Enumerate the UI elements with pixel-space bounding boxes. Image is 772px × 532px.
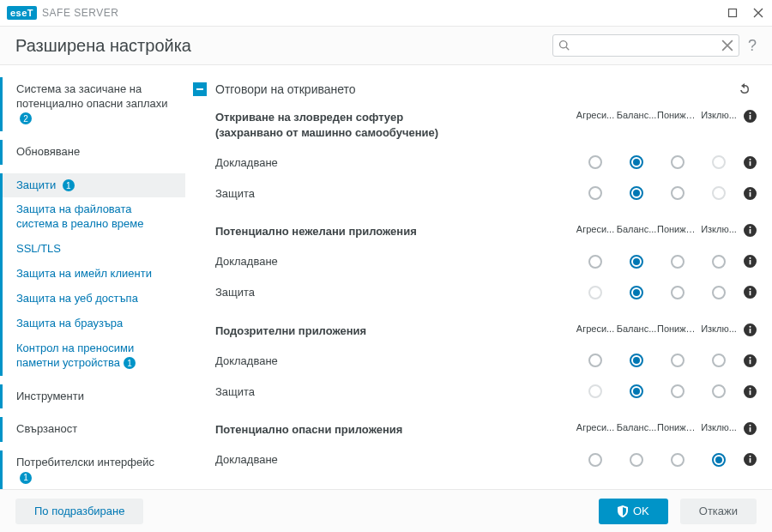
content-scroll[interactable]: Отговори на откриването Откриване на зло… bbox=[186, 76, 763, 489]
info-icon[interactable] bbox=[739, 110, 760, 123]
radio-option[interactable] bbox=[657, 453, 698, 467]
setting-row: Защита bbox=[215, 376, 760, 407]
sidebar-badge: 1 bbox=[124, 357, 136, 369]
sidebar-item-protections[interactable]: Защити 1 bbox=[0, 173, 185, 198]
level-header: Изклю... bbox=[698, 110, 739, 120]
maximize-button[interactable] bbox=[726, 6, 739, 20]
radio-option[interactable] bbox=[575, 255, 616, 269]
radio-option[interactable] bbox=[698, 354, 739, 367]
radio-option[interactable] bbox=[698, 453, 739, 467]
radio-option bbox=[575, 384, 616, 398]
sidebar-badge: 2 bbox=[20, 112, 32, 124]
collapse-toggle[interactable] bbox=[193, 82, 207, 96]
sidebar-sub-item[interactable]: SSL/TLS bbox=[0, 237, 185, 262]
sidebar-item-threats[interactable]: Система за засичане на потенциално опасн… bbox=[0, 77, 185, 131]
sidebar-item-label: Защита на имейл клиенти bbox=[16, 267, 152, 280]
radio-option[interactable] bbox=[698, 286, 739, 299]
settings-group: Подозрителни приложенияАгреси...Баланс..… bbox=[186, 317, 760, 416]
setting-row: Докладване bbox=[215, 444, 760, 475]
titlebar: eseT SAFE SERVER bbox=[0, 0, 772, 26]
section-title: Отговори на откриването bbox=[215, 82, 736, 96]
sidebar-item-tools[interactable]: Инструменти bbox=[0, 384, 185, 409]
info-icon[interactable] bbox=[739, 224, 760, 237]
setting-row: Защита bbox=[215, 277, 760, 308]
row-label: Защита bbox=[215, 286, 575, 299]
info-icon[interactable] bbox=[739, 385, 760, 398]
info-icon[interactable] bbox=[739, 187, 760, 200]
setting-row: Докладване bbox=[215, 147, 760, 178]
radio-option[interactable] bbox=[657, 354, 698, 367]
sidebar-item-label: Защита на уеб достъпа bbox=[16, 292, 138, 305]
sidebar-item-update[interactable]: Обновяване bbox=[0, 140, 185, 165]
radio-option[interactable] bbox=[616, 286, 657, 299]
group-title: Откриване на зловреден софтуер (захранва… bbox=[215, 110, 473, 140]
radio-option[interactable] bbox=[698, 255, 739, 269]
info-icon[interactable] bbox=[739, 156, 760, 169]
ok-button[interactable]: OK bbox=[599, 499, 668, 524]
radio-option[interactable] bbox=[657, 186, 698, 200]
level-header: Изклю... bbox=[698, 422, 739, 432]
default-button[interactable]: По подразбиране bbox=[15, 499, 143, 524]
info-icon[interactable] bbox=[739, 453, 760, 466]
radio-option[interactable] bbox=[616, 186, 657, 200]
radio-option[interactable] bbox=[657, 384, 698, 398]
close-button[interactable] bbox=[751, 6, 765, 20]
clear-search-icon[interactable] bbox=[721, 39, 733, 51]
radio-option[interactable] bbox=[616, 354, 657, 367]
radio-option[interactable] bbox=[616, 384, 657, 398]
settings-group: Откриване на зловреден софтуер (захранва… bbox=[186, 103, 760, 217]
sidebar-sub-item[interactable]: Защита на файловата система в реално вре… bbox=[0, 197, 185, 237]
brand-logo: eseT SAFE SERVER bbox=[7, 6, 118, 20]
info-icon[interactable] bbox=[739, 286, 760, 299]
row-label: Докладване bbox=[215, 354, 575, 367]
settings-group: Потенциално опасни приложенияАгреси...Ба… bbox=[186, 415, 760, 484]
group-title: Потенциално нежелани приложения bbox=[215, 224, 473, 239]
radio-option[interactable] bbox=[657, 155, 698, 169]
radio-option[interactable] bbox=[575, 186, 616, 200]
shield-icon bbox=[618, 505, 628, 517]
sidebar-sub-item[interactable]: Защита на браузъра bbox=[0, 311, 185, 336]
info-icon[interactable] bbox=[739, 354, 760, 367]
search-input[interactable] bbox=[574, 39, 718, 51]
radio-option[interactable] bbox=[575, 155, 616, 169]
undo-button[interactable] bbox=[736, 81, 753, 98]
radio-option[interactable] bbox=[657, 255, 698, 269]
sidebar-item-connectivity[interactable]: Свързаност bbox=[0, 417, 185, 442]
radio-option[interactable] bbox=[616, 155, 657, 169]
svg-rect-0 bbox=[729, 9, 737, 17]
row-label: Защита bbox=[215, 187, 575, 200]
product-name: SAFE SERVER bbox=[42, 7, 118, 19]
radio-option bbox=[698, 186, 739, 200]
sidebar-sub-item[interactable]: Защита на имейл клиенти bbox=[0, 262, 185, 287]
cancel-button[interactable]: Откажи bbox=[680, 499, 757, 524]
sidebar-item-label: Защити bbox=[16, 178, 56, 191]
sidebar-sub-item[interactable]: Защита на уеб достъпа bbox=[0, 287, 185, 311]
row-label: Докладване bbox=[215, 255, 575, 268]
info-icon[interactable] bbox=[739, 255, 760, 268]
window-controls bbox=[726, 6, 765, 20]
sidebar-item-label: Защита на файловата система в реално вре… bbox=[16, 203, 143, 230]
sidebar-badge: 1 bbox=[63, 179, 75, 191]
sidebar-item-label: Инструменти bbox=[16, 390, 84, 402]
radio-option[interactable] bbox=[616, 453, 657, 467]
radio-option[interactable] bbox=[575, 453, 616, 467]
help-button[interactable]: ? bbox=[748, 37, 757, 55]
radio-option[interactable] bbox=[698, 384, 739, 398]
sidebar-item-ui[interactable]: Потребителски интерфейс 1 bbox=[0, 450, 185, 489]
level-header: Баланс... bbox=[616, 422, 657, 432]
level-header: Агреси... bbox=[575, 224, 616, 234]
page-title: Разширена настройка bbox=[15, 36, 191, 56]
level-header: Агреси... bbox=[575, 110, 616, 120]
info-icon[interactable] bbox=[739, 422, 760, 435]
search-box[interactable] bbox=[552, 34, 739, 57]
radio-option[interactable] bbox=[616, 255, 657, 269]
sidebar-item-label: Контрол на преносими паметни устройства bbox=[16, 342, 134, 369]
level-header: Агреси... bbox=[575, 422, 616, 432]
sidebar-badge: 1 bbox=[20, 472, 32, 484]
setting-row: Докладване bbox=[215, 345, 760, 376]
row-label: Защита bbox=[215, 385, 575, 398]
radio-option[interactable] bbox=[575, 354, 616, 367]
sidebar-sub-item[interactable]: Контрол на преносими паметни устройства1 bbox=[0, 336, 185, 376]
info-icon[interactable] bbox=[739, 323, 760, 336]
radio-option[interactable] bbox=[657, 286, 698, 299]
